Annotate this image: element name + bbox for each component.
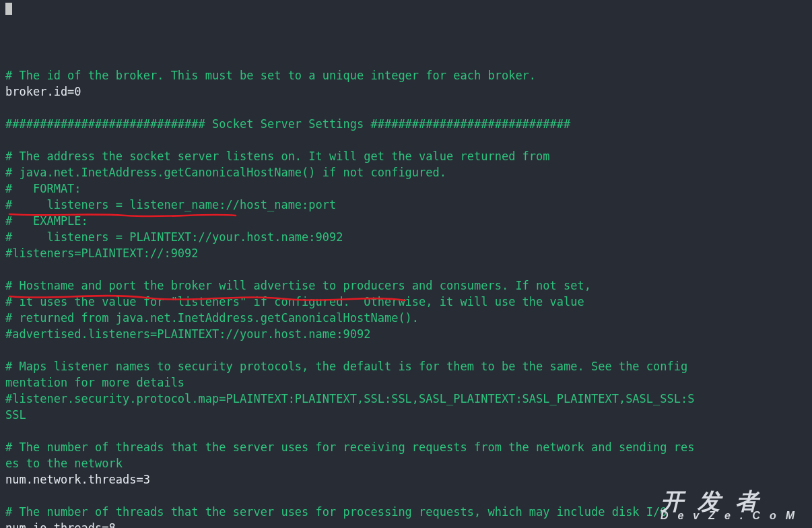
code-line: #listener.security.protocol.map=PLAINTEX… [5, 391, 807, 407]
code-line: # The address the socket server listens … [5, 148, 807, 164]
file-content: # The id of the broker. This must be set… [5, 51, 807, 528]
code-line: num.network.threads=3 [5, 471, 807, 488]
code-line: ############################# Socket Ser… [5, 116, 807, 132]
code-line: #advertised.listeners=PLAINTEXT://your.h… [5, 326, 807, 342]
blank-line [5, 51, 807, 67]
watermark-sub: DevZe.CoM [661, 508, 804, 524]
blank-line [5, 342, 807, 358]
code-line: # it uses the value for "listeners" if c… [5, 294, 807, 310]
code-line: # Hostname and port the broker will adve… [5, 277, 807, 294]
text-editor[interactable]: # The id of the broker. This must be set… [0, 0, 812, 528]
blank-line [5, 132, 807, 148]
text-cursor [5, 3, 12, 15]
code-line: broker.id=0 [5, 84, 807, 100]
code-line: # The id of the broker. This must be set… [5, 67, 807, 84]
code-line: # EXAMPLE: [5, 213, 807, 229]
code-line: mentation for more details [5, 374, 807, 391]
blank-line [5, 100, 807, 116]
code-line: # java.net.InetAddress.getCanonicalHostN… [5, 164, 807, 180]
code-line: SSL [5, 407, 807, 423]
watermark: 开 发 者 DevZe.CoM [661, 493, 804, 524]
blank-line [5, 261, 807, 277]
blank-line [5, 423, 807, 439]
code-line: # Maps listener names to security protoc… [5, 358, 807, 374]
code-line: # listeners = listener_name://host_name:… [5, 197, 807, 213]
code-line: es to the network [5, 455, 807, 471]
code-line: # FORMAT: [5, 180, 807, 197]
code-line: # listeners = PLAINTEXT://your.host.name… [5, 229, 807, 245]
code-line: # The number of threads that the server … [5, 439, 807, 455]
code-line: # returned from java.net.InetAddress.get… [5, 310, 807, 326]
code-line: #listeners=PLAINTEXT://:9092 [5, 245, 807, 261]
